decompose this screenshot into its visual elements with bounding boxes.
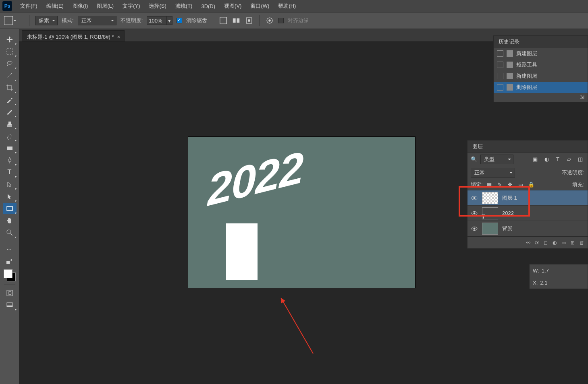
filter-type-icon[interactable]: T: [554, 155, 562, 163]
opacity-input[interactable]: 100%: [147, 16, 167, 25]
history-collapse-icon[interactable]: ⇲: [494, 93, 588, 102]
layer-name[interactable]: 2022: [502, 210, 514, 216]
close-icon[interactable]: ×: [117, 34, 120, 40]
layer-thumbnail[interactable]: T: [482, 207, 498, 219]
document-icon: [507, 84, 513, 91]
visibility-toggle[interactable]: [471, 210, 478, 217]
move-tool[interactable]: [3, 34, 17, 45]
lasso-tool[interactable]: [3, 58, 17, 69]
type-tool[interactable]: T: [3, 167, 17, 178]
swap-colors-icon[interactable]: [3, 256, 17, 267]
canvas-white-rectangle: [226, 223, 258, 280]
rectangle-tool[interactable]: [3, 203, 17, 214]
layer-fx-icon[interactable]: fx: [535, 240, 539, 246]
eraser-tool[interactable]: [3, 130, 17, 142]
quickmask-tool[interactable]: [3, 287, 17, 299]
path-select-tool[interactable]: [3, 179, 17, 190]
lock-pixels-icon[interactable]: ▦: [485, 181, 493, 189]
filter-image-icon[interactable]: ▣: [531, 155, 539, 163]
svg-rect-2: [237, 19, 240, 23]
brush-tool[interactable]: [3, 106, 17, 118]
canvas[interactable]: 2022: [188, 137, 415, 288]
visibility-toggle[interactable]: [471, 225, 478, 232]
layer-row[interactable]: T 2022: [467, 206, 588, 221]
svg-point-6: [269, 19, 271, 22]
history-item[interactable]: 矩形工具: [494, 59, 588, 70]
align-edges-label: 对齐边缘: [288, 17, 309, 24]
eyedropper-tool[interactable]: [3, 94, 17, 105]
menu-layer[interactable]: 图层(L): [93, 1, 118, 11]
screenmode-tool[interactable]: [3, 299, 17, 311]
layers-tab[interactable]: 图层: [467, 140, 588, 153]
filter-smart-icon[interactable]: ◫: [576, 155, 584, 163]
visibility-toggle[interactable]: [471, 194, 478, 202]
document-tab-title: 未标题-1 @ 100% (图层 1, RGB/8#) *: [27, 33, 114, 41]
align-icon-2[interactable]: [232, 16, 241, 25]
history-item[interactable]: 新建图层: [494, 70, 588, 82]
svg-rect-7: [7, 49, 12, 54]
unit-dropdown[interactable]: 像素: [35, 16, 58, 25]
direct-select-tool[interactable]: [3, 191, 17, 202]
link-layers-icon[interactable]: ⚯: [526, 240, 530, 246]
layer-thumbnail[interactable]: [482, 192, 498, 204]
new-layer-icon[interactable]: ⊞: [571, 240, 575, 246]
history-item[interactable]: 删除图层: [494, 82, 588, 93]
menu-type[interactable]: 文字(Y): [118, 1, 144, 11]
opacity-stepper[interactable]: ▾: [167, 16, 172, 25]
stamp-tool[interactable]: [3, 118, 17, 130]
lock-artboard-icon[interactable]: ▭: [517, 181, 525, 189]
menu-window[interactable]: 窗口(W): [246, 1, 273, 11]
pen-tool[interactable]: [3, 155, 17, 166]
zoom-tool[interactable]: [3, 227, 17, 238]
filter-adjust-icon[interactable]: ◐: [542, 155, 551, 163]
edit-toolbar[interactable]: ⋯: [3, 244, 17, 255]
menu-file[interactable]: 文件(F): [16, 1, 42, 11]
x-value[interactable]: 2.1: [540, 280, 547, 286]
foreground-color-swatch[interactable]: [4, 269, 12, 278]
blend-mode-dropdown[interactable]: 正常: [471, 168, 515, 178]
filter-shape-icon[interactable]: ▱: [565, 155, 573, 163]
lock-all-icon[interactable]: 🔒: [527, 181, 535, 189]
delete-layer-icon[interactable]: 🗑: [580, 240, 584, 246]
menu-view[interactable]: 视图(V): [220, 1, 245, 11]
width-value[interactable]: 1.7: [542, 268, 549, 274]
properties-panel: W: 1.7 X: 2.1: [529, 264, 588, 289]
layer-row[interactable]: 背景: [467, 221, 588, 236]
gear-icon[interactable]: [265, 16, 274, 25]
align-edges-checkbox[interactable]: [278, 18, 284, 23]
menu-image[interactable]: 图像(I): [69, 1, 92, 11]
gradient-tool[interactable]: [3, 142, 17, 154]
group-icon[interactable]: ▭: [561, 240, 566, 246]
history-tab[interactable]: 历史记录: [494, 36, 588, 48]
layer-thumbnail[interactable]: [482, 223, 498, 235]
mode-dropdown[interactable]: 正常: [78, 16, 116, 25]
menu-3d[interactable]: 3D(D): [197, 2, 219, 11]
layer-filter-dropdown[interactable]: 类型: [480, 155, 513, 164]
width-label: W:: [533, 268, 539, 274]
menu-select[interactable]: 选择(S): [145, 1, 170, 11]
layer-row[interactable]: 图层 1: [467, 190, 588, 206]
crop-tool[interactable]: [3, 82, 17, 93]
antialias-checkbox[interactable]: [177, 18, 182, 23]
options-bar: 像素 模式: 正常 不透明度: 100% ▾ 消除锯齿 对齐边缘: [0, 12, 588, 29]
align-icon-1[interactable]: [219, 16, 228, 25]
marquee-tool[interactable]: [3, 46, 17, 57]
layer-mask-icon[interactable]: ◻: [544, 240, 548, 246]
document-tab[interactable]: 未标题-1 @ 100% (图层 1, RGB/8#) * ×: [22, 30, 125, 41]
color-swatches[interactable]: [3, 268, 17, 282]
svg-rect-0: [220, 17, 227, 24]
layer-name[interactable]: 图层 1: [502, 194, 517, 202]
layer-name[interactable]: 背景: [502, 225, 513, 232]
align-icon-3[interactable]: [245, 16, 253, 25]
lock-brush-icon[interactable]: ✎: [496, 181, 504, 189]
menu-filter[interactable]: 滤镜(T): [171, 1, 197, 11]
menu-help[interactable]: 帮助(H): [274, 1, 300, 11]
history-item[interactable]: 新建图层: [494, 48, 588, 59]
shape-preset-dropdown[interactable]: [4, 16, 13, 25]
lock-position-icon[interactable]: ✥: [506, 181, 514, 189]
magic-wand-tool[interactable]: [3, 70, 17, 81]
menu-edit[interactable]: 编辑(E): [42, 1, 68, 11]
mode-label: 模式:: [62, 17, 74, 24]
hand-tool[interactable]: [3, 215, 17, 226]
adjustment-layer-icon[interactable]: ◐: [553, 240, 557, 246]
